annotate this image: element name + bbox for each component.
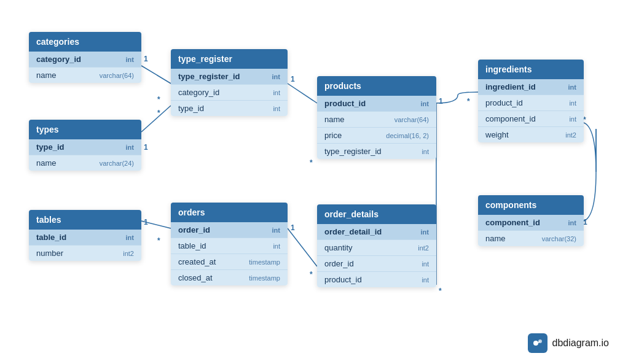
card-comp-ing-1: 1 (583, 218, 587, 227)
table-categories-row-0: category_id int (29, 52, 141, 68)
table-orders-row-1: table_id int (171, 238, 288, 254)
table-ingredients-header: ingredients (478, 60, 584, 79)
table-type-register-row-0: type_register_id int (171, 69, 288, 85)
table-orders-row-3: closed_at timestamp (171, 270, 288, 285)
table-type-register-body: type_register_id int category_id int typ… (171, 69, 288, 116)
svg-point-0 (533, 341, 538, 346)
card-types-tr-star: * (157, 109, 160, 117)
table-ingredients-body: ingredient_id int product_id int compone… (478, 79, 584, 142)
table-types-header: types (29, 120, 141, 139)
table-ingredients: ingredients ingredient_id int product_id… (478, 60, 584, 142)
table-ingredients-row-0: ingredient_id int (478, 79, 584, 95)
card-tr-prod-star: * (310, 158, 313, 167)
table-components: components component_id int name varchar… (478, 195, 584, 246)
dbdiagram-logo-icon (528, 333, 547, 353)
table-order-details-row-1: quantity int2 (317, 240, 436, 256)
table-products-row-3: type_register_id int (317, 144, 436, 159)
table-orders-row-0: order_id int (171, 222, 288, 238)
card-types-tr-1: 1 (144, 143, 148, 152)
table-order-details: order_details order_detail_id int quanti… (317, 204, 436, 287)
card-cat-tr-star: * (157, 95, 160, 104)
table-orders: orders order_id int table_id int created… (171, 203, 288, 285)
table-ingredients-row-3: weight int2 (478, 127, 584, 142)
table-orders-body: order_id int table_id int created_at tim… (171, 222, 288, 285)
table-order-details-header: order_details (317, 204, 436, 224)
table-order-details-row-2: order_id int (317, 256, 436, 272)
table-components-header: components (478, 195, 584, 215)
table-products-row-0: product_id int (317, 96, 436, 112)
table-type-register: type_register type_register_id int categ… (171, 49, 288, 116)
table-categories: categories category_id int name varchar(… (29, 32, 141, 83)
card-prod-ing-star: * (467, 97, 470, 106)
card-tables-orders-star: * (157, 236, 160, 245)
table-tables: tables table_id int number int2 (29, 210, 141, 261)
dbdiagram-logo-text: dbdiagram.io (552, 338, 610, 349)
table-orders-header: orders (171, 203, 288, 222)
table-tables-body: table_id int number int2 (29, 230, 141, 261)
table-tables-row-0: table_id int (29, 230, 141, 246)
table-components-row-1: name varchar(32) (478, 231, 584, 246)
table-products-header: products (317, 76, 436, 96)
table-types-row-0: type_id int (29, 139, 141, 155)
table-categories-header: categories (29, 32, 141, 52)
table-tables-header: tables (29, 210, 141, 230)
table-components-row-0: component_id int (478, 215, 584, 231)
table-products: products product_id int name varchar(64)… (317, 76, 436, 159)
table-products-row-2: price decimal(16, 2) (317, 128, 436, 144)
card-orders-od-star: * (310, 270, 313, 279)
logo-area: dbdiagram.io (528, 333, 610, 353)
card-orders-od-1: 1 (291, 223, 295, 232)
table-ingredients-row-2: component_id int (478, 111, 584, 127)
card-tr-prod-1: 1 (291, 75, 295, 83)
card-prod-ing-1: 1 (439, 97, 443, 106)
table-types: types type_id int name varchar(24) (29, 120, 141, 171)
table-ingredients-row-1: product_id int (478, 95, 584, 111)
table-order-details-body: order_detail_id int quantity int2 order_… (317, 224, 436, 287)
table-tables-row-1: number int2 (29, 246, 141, 261)
table-order-details-row-0: order_detail_id int (317, 224, 436, 240)
table-products-body: product_id int name varchar(64) price de… (317, 96, 436, 159)
card-tables-orders-1: 1 (144, 218, 148, 227)
table-products-row-1: name varchar(64) (317, 112, 436, 128)
table-type-register-row-1: category_id int (171, 85, 288, 101)
card-cat-tr-1: 1 (144, 55, 148, 63)
table-order-details-row-3: product_id int (317, 272, 436, 287)
table-types-row-1: name varchar(24) (29, 155, 141, 171)
table-components-body: component_id int name varchar(32) (478, 215, 584, 246)
table-categories-body: category_id int name varchar(64) (29, 52, 141, 83)
table-orders-row-2: created_at timestamp (171, 254, 288, 270)
diagram-canvas: 1 * 1 * 1 * 1 * 1 * 1 * 1 * * categories… (0, 0, 620, 364)
table-type-register-header: type_register (171, 49, 288, 69)
card-prod-od-star: * (439, 287, 442, 295)
table-categories-row-1: name varchar(64) (29, 68, 141, 83)
table-types-body: type_id int name varchar(24) (29, 139, 141, 171)
table-type-register-row-2: type_id int (171, 101, 288, 116)
